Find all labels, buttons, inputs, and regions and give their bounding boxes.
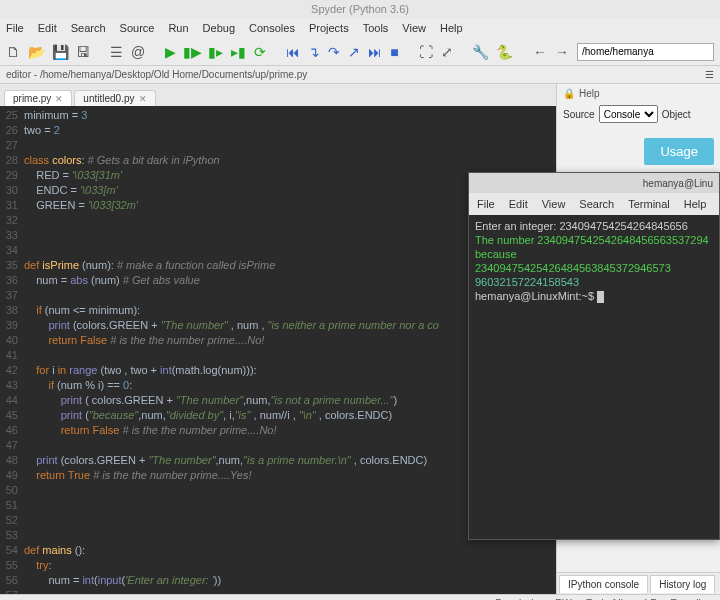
options-icon[interactable]: ☰ xyxy=(705,69,714,80)
terminal-body[interactable]: Enter an integer: 234094754254264845656T… xyxy=(469,215,719,539)
python-path-icon[interactable]: 🐍 xyxy=(497,44,513,60)
fullscreen-icon[interactable]: ⤢ xyxy=(441,44,453,60)
status-bar: Permissions: RW End-of-lines: LF Encodin… xyxy=(0,594,720,600)
menu-file[interactable]: File xyxy=(6,22,24,34)
maximize-icon[interactable]: ⛶ xyxy=(419,44,433,60)
menu-consoles[interactable]: Consoles xyxy=(249,22,295,34)
run-icon[interactable]: ▶ xyxy=(165,44,176,60)
menu-debug[interactable]: Debug xyxy=(203,22,235,34)
menu-run[interactable]: Run xyxy=(168,22,188,34)
save-all-icon[interactable]: 🖫 xyxy=(76,44,90,60)
term-menu-help[interactable]: Help xyxy=(684,198,707,210)
terminal-window[interactable]: hemanya@Linu FileEditViewSearchTerminalH… xyxy=(468,172,720,540)
save-icon[interactable]: 💾 xyxy=(52,44,68,60)
toolbar: 🗋 📂 💾 🖫 ☰ @ ▶ ▮▶ ▮▸ ▸▮ ⟳ ⏮ ↴ ↷ ↗ ⏭ ■ ⛶ ⤢… xyxy=(0,38,720,66)
debug-out-icon[interactable]: ↗ xyxy=(348,44,360,60)
editor-tabs: prime.py✕untitled0.py✕ xyxy=(0,84,556,106)
back-icon[interactable]: ← xyxy=(533,44,547,60)
menu-edit[interactable]: Edit xyxy=(38,22,57,34)
run-selection-icon[interactable]: ▸▮ xyxy=(231,44,246,60)
rerun-icon[interactable]: ⟳ xyxy=(254,44,266,60)
terminal-menu: FileEditViewSearchTerminalHelp xyxy=(469,193,719,215)
at-icon[interactable]: @ xyxy=(131,44,145,60)
term-menu-terminal[interactable]: Terminal xyxy=(628,198,670,210)
open-icon[interactable]: 📂 xyxy=(28,44,44,60)
term-menu-view[interactable]: View xyxy=(542,198,566,210)
new-file-icon[interactable]: 🗋 xyxy=(6,44,20,60)
preferences-icon[interactable]: 🔧 xyxy=(473,44,489,60)
debug-continue-icon[interactable]: ⏭ xyxy=(368,44,382,60)
term-menu-file[interactable]: File xyxy=(477,198,495,210)
terminal-title: hemanya@Linu xyxy=(469,173,719,193)
list-icon[interactable]: ☰ xyxy=(110,44,123,60)
bottom-tab-ipython-console[interactable]: IPython console xyxy=(559,575,648,593)
run-cell-advance-icon[interactable]: ▮▸ xyxy=(208,44,223,60)
usage-heading: Usage xyxy=(644,138,714,165)
menu-source[interactable]: Source xyxy=(120,22,155,34)
bottom-tab-history-log[interactable]: History log xyxy=(650,575,715,593)
menu-help[interactable]: Help xyxy=(440,22,463,34)
tab-untitled0-py[interactable]: untitled0.py✕ xyxy=(74,90,155,106)
working-dir-input[interactable] xyxy=(577,43,714,61)
forward-icon[interactable]: → xyxy=(555,44,569,60)
tab-prime-py[interactable]: prime.py✕ xyxy=(4,90,72,106)
object-label: Object xyxy=(662,109,691,120)
term-menu-edit[interactable]: Edit xyxy=(509,198,528,210)
debug-into-icon[interactable]: ↴ xyxy=(308,44,320,60)
source-select[interactable]: Console xyxy=(599,105,658,123)
menu-bar: FileEditSearchSourceRunDebugConsolesProj… xyxy=(0,18,720,38)
run-cell-icon[interactable]: ▮▶ xyxy=(184,44,200,60)
term-menu-search[interactable]: Search xyxy=(579,198,614,210)
debug-step-icon[interactable]: ⏮ xyxy=(286,44,300,60)
menu-view[interactable]: View xyxy=(402,22,426,34)
lock-icon: 🔒 xyxy=(563,88,575,99)
menu-tools[interactable]: Tools xyxy=(363,22,389,34)
source-label: Source xyxy=(563,109,595,120)
editor-path-header: editor - /home/hemanya/Desktop/Old Home/… xyxy=(0,66,720,84)
menu-projects[interactable]: Projects xyxy=(309,22,349,34)
help-title: Help xyxy=(579,88,600,99)
debug-stop-icon[interactable]: ■ xyxy=(390,44,398,60)
close-icon[interactable]: ✕ xyxy=(55,94,63,104)
window-title: Spyder (Python 3.6) xyxy=(0,0,720,18)
close-icon[interactable]: ✕ xyxy=(139,94,147,104)
bottom-tabs: IPython consoleHistory log xyxy=(557,572,720,594)
menu-search[interactable]: Search xyxy=(71,22,106,34)
debug-over-icon[interactable]: ↷ xyxy=(328,44,340,60)
